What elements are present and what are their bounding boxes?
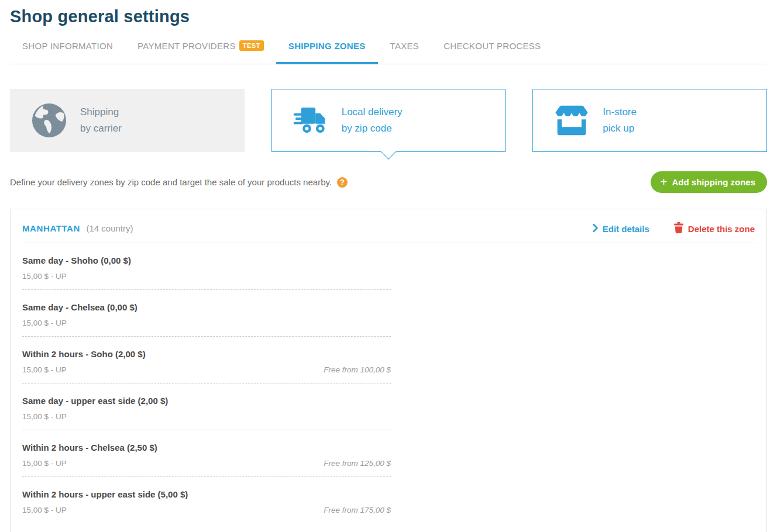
delivery-method-label: In-store pick up bbox=[603, 104, 637, 137]
delete-zone-label: Delete this zone bbox=[688, 224, 755, 234]
rate-row: Same day - Chelsea (0,00 $) 15,00 $ - UP bbox=[22, 290, 391, 337]
shop-settings-page: Shop general settings SHOP INFORMATION P… bbox=[0, 0, 777, 532]
shipping-zone-panel: MANHATTAN (14 country) Edit details bbox=[10, 209, 767, 532]
delivery-method-label: Local delivery by zip code bbox=[342, 104, 403, 137]
delivery-method-label: Shipping by carrier bbox=[80, 104, 122, 137]
rate-range: 15,00 $ - UP bbox=[22, 506, 67, 514]
rate-title: Same day - Chelsea (0,00 $) bbox=[22, 302, 391, 312]
rate-range: 15,00 $ - UP bbox=[22, 412, 67, 421]
rate-row: Same day - Shoho (0,00 $) 15,00 $ - UP bbox=[22, 243, 391, 290]
rates-list: Same day - Shoho (0,00 $) 15,00 $ - UP S… bbox=[22, 243, 755, 532]
active-card-pointer bbox=[381, 144, 396, 159]
tab-taxes[interactable]: TAXES bbox=[378, 37, 432, 64]
plus-icon: + bbox=[660, 175, 667, 188]
tab-label: SHOP INFORMATION bbox=[22, 41, 113, 51]
storefront-icon bbox=[553, 102, 590, 139]
tab-shipping-zones[interactable]: SHIPPING ZONES bbox=[276, 37, 378, 64]
zone-header: MANHATTAN (14 country) Edit details bbox=[22, 209, 755, 243]
zone-name: MANHATTAN bbox=[22, 223, 80, 233]
rate-range: 15,00 $ - UP bbox=[22, 319, 67, 327]
rate-free-from: Free from 125,00 $ bbox=[324, 459, 391, 468]
delivery-method-in-store-pickup[interactable]: In-store pick up bbox=[532, 89, 767, 152]
rate-row: Within 2 hours - Chelsea (2,50 $) 15,00 … bbox=[22, 430, 391, 477]
delivery-method-cards: Shipping by carrier Local de bbox=[10, 89, 767, 152]
zone-country-count: (14 country) bbox=[86, 223, 133, 233]
question-circle-icon[interactable]: ? bbox=[337, 177, 348, 188]
rate-range: 15,00 $ - UP bbox=[22, 272, 67, 281]
delete-zone-link[interactable]: Delete this zone bbox=[674, 222, 755, 235]
trash-icon bbox=[674, 222, 683, 235]
globe-icon bbox=[31, 102, 67, 139]
zone-title: MANHATTAN (14 country) bbox=[22, 223, 133, 234]
rate-title: Same day - upper east side (2,00 $) bbox=[22, 396, 391, 406]
settings-tabs: SHOP INFORMATION PAYMENT PROVIDERS TEST … bbox=[10, 37, 767, 64]
zone-intro-row: Define your delivery zones by zip code a… bbox=[10, 171, 767, 193]
edit-details-label: Edit details bbox=[603, 224, 649, 234]
tab-checkout-process[interactable]: CHECKOUT PROCESS bbox=[431, 37, 553, 64]
rate-range: 15,00 $ - UP bbox=[22, 365, 67, 374]
rate-row: Same day - upper east side (2,00 $) 15,0… bbox=[22, 384, 391, 430]
tab-payment-providers[interactable]: PAYMENT PROVIDERS TEST bbox=[125, 37, 276, 64]
rate-row: Within 2 hours - upper east side (5,00 $… bbox=[22, 477, 391, 532]
edit-details-link[interactable]: Edit details bbox=[593, 224, 649, 234]
rate-free-from: Free from 100,00 $ bbox=[324, 365, 391, 374]
zone-intro: Define your delivery zones by zip code a… bbox=[10, 177, 348, 188]
add-button-label: Add shipping zones bbox=[672, 177, 756, 187]
rate-row: Within 2 hours - Soho (2,00 $) 15,00 $ -… bbox=[22, 337, 391, 384]
rate-title: Within 2 hours - Soho (2,00 $) bbox=[22, 349, 391, 359]
page-title: Shop general settings bbox=[10, 0, 767, 26]
rate-title: Within 2 hours - upper east side (5,00 $… bbox=[22, 489, 391, 499]
rate-free-from: Free from 175,00 $ bbox=[324, 506, 391, 514]
intro-text: Define your delivery zones by zip code a… bbox=[10, 177, 332, 187]
delivery-truck-icon bbox=[293, 102, 329, 139]
tab-label: TAXES bbox=[390, 41, 420, 51]
rate-range: 15,00 $ - UP bbox=[22, 459, 67, 468]
tab-label: SHIPPING ZONES bbox=[288, 41, 366, 51]
chevron-right-icon bbox=[593, 224, 598, 234]
delivery-method-shipping-by-carrier[interactable]: Shipping by carrier bbox=[10, 89, 245, 152]
rate-title: Same day - Shoho (0,00 $) bbox=[22, 255, 391, 265]
add-shipping-zones-button[interactable]: + Add shipping zones bbox=[651, 171, 767, 193]
test-badge: TEST bbox=[239, 40, 264, 51]
tab-label: CHECKOUT PROCESS bbox=[443, 41, 541, 51]
tab-label: PAYMENT PROVIDERS bbox=[137, 41, 236, 51]
delivery-method-local-delivery[interactable]: Local delivery by zip code bbox=[271, 89, 506, 152]
zone-actions: Edit details Delete this zone bbox=[593, 222, 755, 235]
rate-title: Within 2 hours - Chelsea (2,50 $) bbox=[22, 443, 391, 452]
tab-shop-information[interactable]: SHOP INFORMATION bbox=[10, 37, 125, 64]
